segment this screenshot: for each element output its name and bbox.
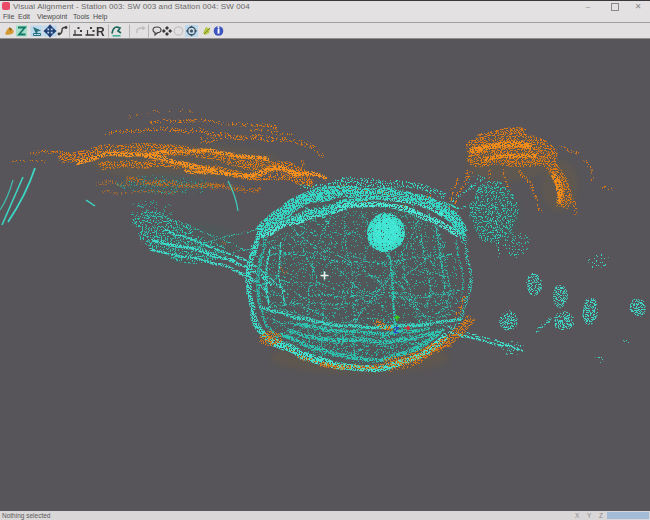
svg-text:Z: Z xyxy=(394,325,400,335)
svg-text:R: R xyxy=(96,25,105,39)
